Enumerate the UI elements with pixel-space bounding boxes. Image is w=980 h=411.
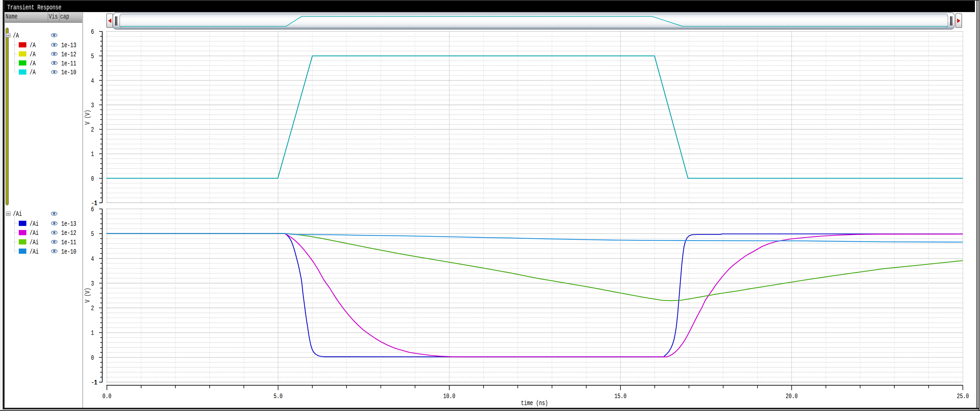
svg-text:5.0: 5.0: [274, 392, 283, 400]
svg-text:0.0: 0.0: [102, 392, 111, 400]
svg-text:0: 0: [91, 175, 94, 183]
svg-text:1e-11: 1e-11: [61, 239, 76, 246]
svg-text:1e-10: 1e-10: [61, 69, 76, 76]
svg-text:1e-12: 1e-12: [61, 229, 76, 237]
svg-text:2: 2: [91, 126, 94, 134]
svg-text:1e-10: 1e-10: [61, 248, 76, 255]
svg-text:1e-11: 1e-11: [61, 60, 76, 67]
svg-text:cap: cap: [60, 13, 69, 21]
svg-text:4: 4: [91, 255, 94, 263]
svg-text:15.0: 15.0: [614, 392, 627, 400]
svg-text:/A: /A: [30, 69, 36, 76]
svg-text:Vis: Vis: [49, 13, 58, 21]
svg-text:2: 2: [91, 305, 94, 312]
svg-text:/A: /A: [30, 42, 36, 49]
svg-text:5: 5: [91, 53, 94, 61]
svg-text:25.0: 25.0: [957, 392, 969, 400]
svg-text:-1: -1: [91, 379, 97, 387]
svg-text:3: 3: [91, 280, 94, 287]
svg-text:10.0: 10.0: [443, 392, 455, 400]
svg-text:1e-13: 1e-13: [61, 220, 76, 228]
svg-text:1e-12: 1e-12: [61, 51, 76, 58]
svg-text:V (V): V (V): [84, 288, 91, 303]
svg-text:3: 3: [91, 102, 94, 109]
svg-text:4: 4: [91, 77, 94, 85]
svg-text:0: 0: [91, 354, 94, 362]
svg-text:1: 1: [91, 151, 94, 158]
svg-text:6: 6: [91, 29, 94, 36]
svg-text:/Ai: /Ai: [30, 220, 39, 228]
svg-text:/Ai: /Ai: [30, 239, 39, 246]
svg-text:5: 5: [91, 231, 94, 238]
svg-text:V (V): V (V): [84, 110, 91, 125]
svg-text:1e-13: 1e-13: [61, 42, 76, 49]
svg-text:/Ai: /Ai: [30, 229, 39, 237]
svg-text:time (ns): time (ns): [521, 400, 548, 407]
svg-text:1: 1: [91, 330, 94, 337]
svg-text:Name: Name: [6, 13, 18, 21]
svg-text:/Ai: /Ai: [13, 210, 22, 218]
svg-text:20.0: 20.0: [786, 392, 798, 400]
svg-text:6: 6: [91, 206, 94, 213]
svg-text:/A: /A: [30, 60, 36, 67]
svg-text:/A: /A: [30, 51, 36, 58]
svg-text:/A: /A: [13, 32, 19, 40]
svg-text:/Ai: /Ai: [30, 248, 39, 255]
svg-text:Transient Response: Transient Response: [7, 4, 61, 11]
